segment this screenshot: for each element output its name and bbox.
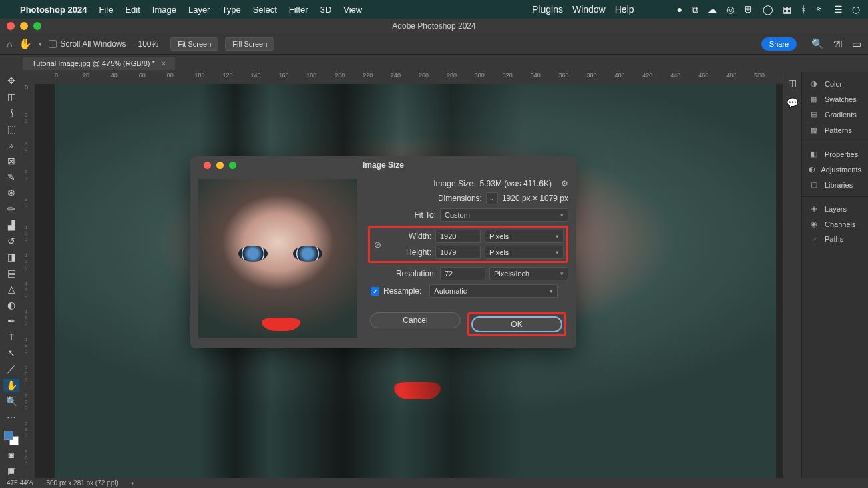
panel-gradients[interactable]: ▤Gradients: [802, 107, 868, 122]
dialog-preview-image[interactable]: [198, 179, 357, 338]
sync-icon[interactable]: ◯: [763, 4, 773, 15]
blur-tool-icon[interactable]: △: [3, 282, 19, 296]
panel-adjustments[interactable]: ◐Adjustments: [802, 162, 868, 177]
panel-paths[interactable]: ⟋Paths: [802, 232, 868, 246]
crop-tool-icon[interactable]: ⟁: [3, 138, 19, 152]
height-unit-select[interactable]: Pixels▾: [485, 246, 564, 259]
panel-properties[interactable]: ◧Properties: [802, 146, 868, 162]
lasso-tool-icon[interactable]: ⟆: [3, 106, 19, 119]
hand-tool-icon[interactable]: ✋: [19, 37, 32, 50]
help-icon[interactable]: ?⃝: [833, 38, 843, 50]
resolution-unit-select[interactable]: Pixels/Inch▾: [489, 267, 568, 280]
dialog-close-icon[interactable]: [204, 162, 211, 169]
healing-brush-tool-icon[interactable]: ❆: [3, 186, 19, 200]
status-chevron-icon[interactable]: ›: [132, 479, 134, 487]
dialog-minimize-icon[interactable]: [216, 162, 224, 169]
app-switch-icon[interactable]: ▦: [783, 4, 791, 15]
width-unit-select[interactable]: Pixels▾: [485, 230, 564, 243]
panel-patterns[interactable]: ▩Patterns: [802, 122, 868, 138]
menu-plugins[interactable]: Plugins: [532, 4, 563, 15]
quick-mask-icon[interactable]: ◙: [3, 448, 19, 461]
marquee-tool-icon[interactable]: ◫: [3, 90, 19, 103]
histogram-icon[interactable]: ◫: [788, 77, 797, 88]
menu-edit[interactable]: Edit: [125, 5, 140, 15]
status-doc-info[interactable]: 500 px x 281 px (72 ppi): [46, 479, 118, 487]
screen-icon[interactable]: ⧉: [692, 4, 698, 15]
menu-type[interactable]: Type: [222, 5, 240, 15]
menu-window[interactable]: Window: [572, 4, 606, 15]
fit-to-select[interactable]: Custom▾: [440, 208, 568, 222]
minimize-window-icon[interactable]: [20, 22, 28, 30]
gear-icon[interactable]: ⚙: [561, 179, 568, 188]
ok-button[interactable]: OK: [471, 316, 562, 332]
menu-file[interactable]: File: [99, 5, 113, 15]
height-input[interactable]: [435, 246, 481, 259]
dimensions-unit-dropdown[interactable]: ⌄: [486, 192, 498, 204]
edit-toolbar-icon[interactable]: ⋯: [3, 411, 19, 424]
shape-tool-icon[interactable]: ／: [3, 362, 19, 376]
scroll-all-windows-checkbox[interactable]: Scroll All Windows: [49, 39, 126, 49]
screen-mode-icon[interactable]: ▣: [3, 464, 19, 477]
brush-tool-icon[interactable]: ✏: [3, 202, 19, 216]
menu-view[interactable]: View: [343, 5, 362, 15]
app-name[interactable]: Photoshop 2024: [20, 5, 87, 15]
control-center-icon[interactable]: ☰: [834, 4, 843, 15]
maximize-window-icon[interactable]: [33, 22, 41, 30]
menu-3d[interactable]: 3D: [320, 5, 332, 15]
close-tab-icon[interactable]: ×: [162, 59, 166, 67]
status-zoom[interactable]: 475.44%: [7, 479, 33, 487]
zoom-tool-icon[interactable]: 🔍: [3, 395, 19, 408]
wifi-icon[interactable]: ᯤ: [815, 4, 825, 15]
resolution-input[interactable]: [440, 267, 485, 280]
document-tab[interactable]: Tutorial Image.jpg @ 475% (RGB/8) * ×: [23, 57, 175, 70]
record-icon[interactable]: ●: [677, 4, 682, 15]
panel-libraries[interactable]: ▢Libraries: [802, 177, 868, 192]
menu-image[interactable]: Image: [152, 5, 176, 15]
panel-color[interactable]: ◑Color: [802, 76, 868, 91]
cloud-icon[interactable]: ☁: [708, 4, 717, 15]
panel-channels[interactable]: ◉Channels: [802, 216, 868, 232]
cc-icon[interactable]: ◎: [726, 4, 734, 15]
object-select-tool-icon[interactable]: ⬚: [3, 122, 19, 136]
resample-checkbox[interactable]: ✓: [371, 287, 379, 296]
panel-layers[interactable]: ◈Layers: [802, 201, 868, 216]
user-icon[interactable]: ◌: [852, 4, 860, 15]
comments-icon[interactable]: 💬: [787, 97, 798, 108]
ruler-vertical[interactable]: 020406080100120140160180200220240260: [23, 84, 35, 478]
shield-icon[interactable]: ⛨: [744, 4, 753, 15]
eyedropper-tool-icon[interactable]: ✎: [3, 170, 19, 184]
fill-screen-button[interactable]: Fill Screen: [225, 37, 274, 51]
move-tool-icon[interactable]: ✥: [3, 74, 19, 87]
home-icon[interactable]: ⌂: [7, 39, 12, 49]
pen-tool-icon[interactable]: ✒: [3, 314, 19, 328]
dialog-titlebar[interactable]: Image Size: [190, 156, 576, 174]
share-button[interactable]: Share: [761, 37, 797, 51]
menu-select[interactable]: Select: [253, 5, 277, 15]
dialog-maximize-icon[interactable]: [229, 162, 236, 169]
type-tool-icon[interactable]: T: [3, 330, 19, 344]
link-dimensions-icon[interactable]: ⊘: [374, 240, 381, 250]
menu-filter[interactable]: Filter: [289, 5, 308, 15]
color-swatch[interactable]: [4, 431, 19, 445]
fit-screen-button[interactable]: Fit Screen: [170, 37, 218, 51]
tool-preset-dropdown-icon[interactable]: ▾: [39, 41, 42, 47]
cancel-button[interactable]: Cancel: [370, 312, 461, 328]
panel-swatches[interactable]: ▦Swatches: [802, 91, 868, 107]
dodge-tool-icon[interactable]: ◐: [3, 298, 19, 312]
menu-layer[interactable]: Layer: [188, 5, 210, 15]
frame-tool-icon[interactable]: ⊠: [3, 154, 19, 168]
menu-help[interactable]: Help: [615, 4, 634, 15]
gradient-tool-icon[interactable]: ▤: [3, 266, 19, 280]
history-brush-tool-icon[interactable]: ↺: [3, 234, 19, 248]
zoom-100-button[interactable]: 100%: [133, 38, 164, 50]
hand-tool-icon[interactable]: ✋: [3, 379, 19, 392]
search-icon[interactable]: 🔍: [811, 38, 824, 50]
path-select-tool-icon[interactable]: ↖: [3, 346, 19, 360]
eraser-tool-icon[interactable]: ◨: [3, 250, 19, 264]
clone-stamp-tool-icon[interactable]: ▟: [3, 218, 19, 232]
workspace-icon[interactable]: ▭: [852, 38, 861, 50]
close-window-icon[interactable]: [7, 22, 15, 30]
resample-select[interactable]: Automatic▾: [429, 284, 558, 298]
bluetooth-icon[interactable]: ᚼ: [801, 4, 806, 15]
ruler-horizontal[interactable]: 0204060801001201401601802002202402602803…: [23, 72, 783, 84]
